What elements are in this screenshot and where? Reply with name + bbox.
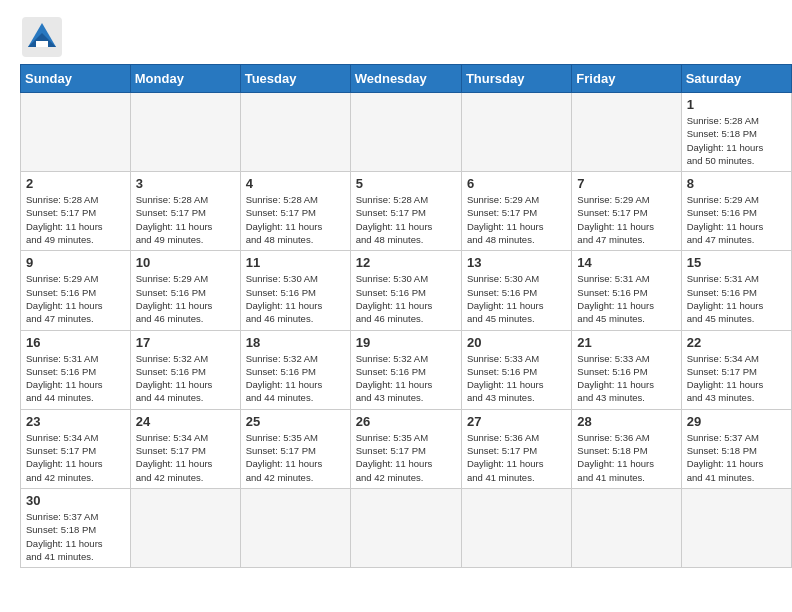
calendar: SundayMondayTuesdayWednesdayThursdayFrid… [20,64,792,568]
table-row [461,93,571,172]
day-info: Sunrise: 5:29 AM Sunset: 5:16 PM Dayligh… [687,193,786,246]
calendar-row: 23Sunrise: 5:34 AM Sunset: 5:17 PM Dayli… [21,409,792,488]
day-number: 14 [577,255,675,270]
table-row: 3Sunrise: 5:28 AM Sunset: 5:17 PM Daylig… [130,172,240,251]
table-row [350,93,461,172]
day-number: 19 [356,335,456,350]
day-info: Sunrise: 5:32 AM Sunset: 5:16 PM Dayligh… [356,352,456,405]
day-info: Sunrise: 5:35 AM Sunset: 5:17 PM Dayligh… [246,431,345,484]
day-info: Sunrise: 5:31 AM Sunset: 5:16 PM Dayligh… [687,272,786,325]
day-info: Sunrise: 5:36 AM Sunset: 5:18 PM Dayligh… [577,431,675,484]
table-row: 22Sunrise: 5:34 AM Sunset: 5:17 PM Dayli… [681,330,791,409]
day-number: 17 [136,335,235,350]
logo [20,15,68,59]
weekday-tuesday: Tuesday [240,65,350,93]
day-number: 29 [687,414,786,429]
weekday-sunday: Sunday [21,65,131,93]
table-row: 28Sunrise: 5:36 AM Sunset: 5:18 PM Dayli… [572,409,681,488]
table-row: 4Sunrise: 5:28 AM Sunset: 5:17 PM Daylig… [240,172,350,251]
table-row: 1Sunrise: 5:28 AM Sunset: 5:18 PM Daylig… [681,93,791,172]
weekday-thursday: Thursday [461,65,571,93]
weekday-friday: Friday [572,65,681,93]
day-number: 8 [687,176,786,191]
table-row: 5Sunrise: 5:28 AM Sunset: 5:17 PM Daylig… [350,172,461,251]
day-number: 7 [577,176,675,191]
day-number: 25 [246,414,345,429]
day-info: Sunrise: 5:32 AM Sunset: 5:16 PM Dayligh… [136,352,235,405]
calendar-row: 2Sunrise: 5:28 AM Sunset: 5:17 PM Daylig… [21,172,792,251]
table-row: 27Sunrise: 5:36 AM Sunset: 5:17 PM Dayli… [461,409,571,488]
table-row: 9Sunrise: 5:29 AM Sunset: 5:16 PM Daylig… [21,251,131,330]
day-info: Sunrise: 5:29 AM Sunset: 5:17 PM Dayligh… [577,193,675,246]
day-number: 11 [246,255,345,270]
table-row: 24Sunrise: 5:34 AM Sunset: 5:17 PM Dayli… [130,409,240,488]
day-number: 9 [26,255,125,270]
calendar-row: 30Sunrise: 5:37 AM Sunset: 5:18 PM Dayli… [21,488,792,567]
day-number: 24 [136,414,235,429]
day-info: Sunrise: 5:29 AM Sunset: 5:17 PM Dayligh… [467,193,566,246]
table-row: 25Sunrise: 5:35 AM Sunset: 5:17 PM Dayli… [240,409,350,488]
day-info: Sunrise: 5:30 AM Sunset: 5:16 PM Dayligh… [467,272,566,325]
calendar-wrapper: SundayMondayTuesdayWednesdayThursdayFrid… [0,64,792,578]
day-info: Sunrise: 5:28 AM Sunset: 5:17 PM Dayligh… [26,193,125,246]
day-number: 10 [136,255,235,270]
table-row [21,93,131,172]
calendar-row: 16Sunrise: 5:31 AM Sunset: 5:16 PM Dayli… [21,330,792,409]
day-info: Sunrise: 5:37 AM Sunset: 5:18 PM Dayligh… [26,510,125,563]
day-number: 22 [687,335,786,350]
table-row [572,488,681,567]
day-info: Sunrise: 5:35 AM Sunset: 5:17 PM Dayligh… [356,431,456,484]
table-row: 18Sunrise: 5:32 AM Sunset: 5:16 PM Dayli… [240,330,350,409]
weekday-saturday: Saturday [681,65,791,93]
table-row [130,488,240,567]
day-number: 23 [26,414,125,429]
table-row: 8Sunrise: 5:29 AM Sunset: 5:16 PM Daylig… [681,172,791,251]
day-number: 15 [687,255,786,270]
table-row: 17Sunrise: 5:32 AM Sunset: 5:16 PM Dayli… [130,330,240,409]
weekday-monday: Monday [130,65,240,93]
day-number: 21 [577,335,675,350]
table-row: 23Sunrise: 5:34 AM Sunset: 5:17 PM Dayli… [21,409,131,488]
table-row: 7Sunrise: 5:29 AM Sunset: 5:17 PM Daylig… [572,172,681,251]
day-number: 30 [26,493,125,508]
day-info: Sunrise: 5:33 AM Sunset: 5:16 PM Dayligh… [467,352,566,405]
day-number: 2 [26,176,125,191]
day-info: Sunrise: 5:32 AM Sunset: 5:16 PM Dayligh… [246,352,345,405]
day-info: Sunrise: 5:34 AM Sunset: 5:17 PM Dayligh… [136,431,235,484]
table-row: 30Sunrise: 5:37 AM Sunset: 5:18 PM Dayli… [21,488,131,567]
day-info: Sunrise: 5:34 AM Sunset: 5:17 PM Dayligh… [26,431,125,484]
table-row [681,488,791,567]
table-row [130,93,240,172]
day-info: Sunrise: 5:31 AM Sunset: 5:16 PM Dayligh… [577,272,675,325]
table-row: 19Sunrise: 5:32 AM Sunset: 5:16 PM Dayli… [350,330,461,409]
table-row: 14Sunrise: 5:31 AM Sunset: 5:16 PM Dayli… [572,251,681,330]
day-number: 27 [467,414,566,429]
day-number: 26 [356,414,456,429]
day-number: 5 [356,176,456,191]
day-info: Sunrise: 5:37 AM Sunset: 5:18 PM Dayligh… [687,431,786,484]
table-row [240,93,350,172]
calendar-row: 1Sunrise: 5:28 AM Sunset: 5:18 PM Daylig… [21,93,792,172]
day-info: Sunrise: 5:28 AM Sunset: 5:17 PM Dayligh… [136,193,235,246]
day-info: Sunrise: 5:30 AM Sunset: 5:16 PM Dayligh… [246,272,345,325]
table-row [350,488,461,567]
svg-rect-3 [36,41,48,47]
table-row: 12Sunrise: 5:30 AM Sunset: 5:16 PM Dayli… [350,251,461,330]
table-row [461,488,571,567]
day-number: 12 [356,255,456,270]
table-row: 20Sunrise: 5:33 AM Sunset: 5:16 PM Dayli… [461,330,571,409]
day-info: Sunrise: 5:29 AM Sunset: 5:16 PM Dayligh… [26,272,125,325]
day-info: Sunrise: 5:33 AM Sunset: 5:16 PM Dayligh… [577,352,675,405]
day-number: 16 [26,335,125,350]
table-row: 10Sunrise: 5:29 AM Sunset: 5:16 PM Dayli… [130,251,240,330]
weekday-header-row: SundayMondayTuesdayWednesdayThursdayFrid… [21,65,792,93]
day-number: 28 [577,414,675,429]
table-row [240,488,350,567]
day-number: 4 [246,176,345,191]
day-info: Sunrise: 5:29 AM Sunset: 5:16 PM Dayligh… [136,272,235,325]
day-number: 18 [246,335,345,350]
table-row: 21Sunrise: 5:33 AM Sunset: 5:16 PM Dayli… [572,330,681,409]
day-info: Sunrise: 5:28 AM Sunset: 5:17 PM Dayligh… [356,193,456,246]
table-row: 13Sunrise: 5:30 AM Sunset: 5:16 PM Dayli… [461,251,571,330]
calendar-row: 9Sunrise: 5:29 AM Sunset: 5:16 PM Daylig… [21,251,792,330]
